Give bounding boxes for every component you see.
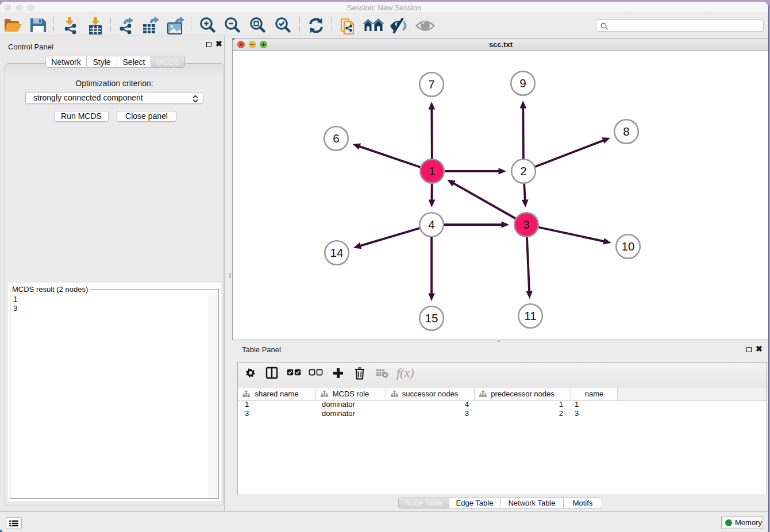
svg-text:14: 14 <box>330 246 344 259</box>
svg-text:8: 8 <box>623 125 629 138</box>
svg-text:7: 7 <box>428 78 434 91</box>
svg-text:11: 11 <box>524 309 536 322</box>
svg-text:10: 10 <box>622 240 635 253</box>
svg-text:2: 2 <box>520 164 526 178</box>
svg-text:15: 15 <box>425 311 438 325</box>
svg-text:4: 4 <box>428 218 434 231</box>
svg-text:1: 1 <box>429 164 435 178</box>
svg-text:6: 6 <box>333 132 339 145</box>
svg-text:9: 9 <box>519 76 526 90</box>
svg-text:3: 3 <box>523 218 529 231</box>
